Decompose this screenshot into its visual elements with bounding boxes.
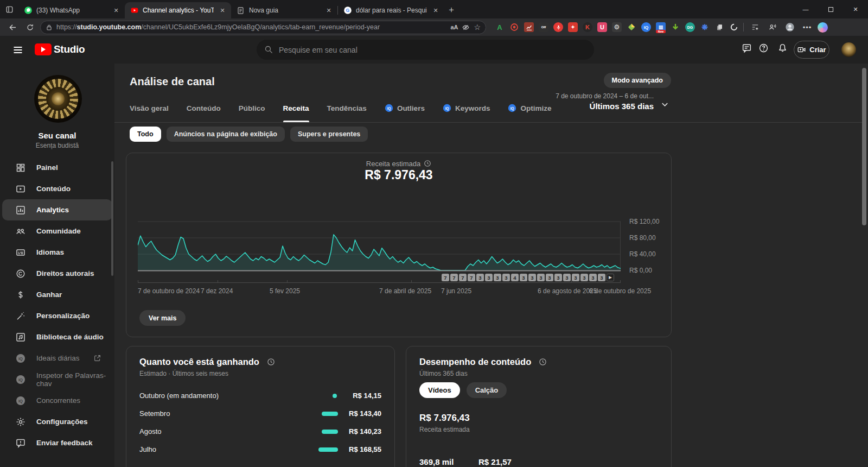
- video-marker-badge[interactable]: 7: [442, 274, 449, 281]
- tab-close-icon[interactable]: ✕: [324, 5, 334, 15]
- revenue-line-chart[interactable]: [138, 219, 621, 274]
- tab-conteudo[interactable]: Conteúdo: [187, 102, 221, 122]
- menu-hamburger-icon[interactable]: [12, 45, 23, 55]
- date-range-selector[interactable]: 7 de outubro de 2024 – 6 de out... Últim…: [556, 92, 654, 111]
- video-marker-badge[interactable]: 3: [589, 274, 597, 281]
- channel-avatar[interactable]: [34, 75, 82, 123]
- translate-icon[interactable]: aA: [450, 24, 458, 30]
- new-window-icon[interactable]: ▤New: [656, 22, 666, 32]
- account-avatar[interactable]: [841, 42, 856, 57]
- red-app-icon[interactable]: ✦: [568, 22, 578, 32]
- help-icon[interactable]: [758, 43, 769, 53]
- address-bar[interactable]: https://studio.youtube.com/channel/UC5uk…: [40, 21, 486, 34]
- video-marker-badge[interactable]: 4: [511, 274, 519, 281]
- video-marker-badge[interactable]: 3: [563, 274, 571, 281]
- video-marker-badge[interactable]: 3: [476, 274, 484, 281]
- sidebar-item-configuracoes[interactable]: Configurações: [2, 411, 112, 432]
- tab-close-icon[interactable]: ✕: [431, 5, 441, 15]
- sidebar-item-idiomas[interactable]: Idiomas: [2, 242, 112, 263]
- video-marker-badge[interactable]: 7: [459, 274, 467, 281]
- video-marker-badge[interactable]: 7: [450, 274, 458, 281]
- tab-close-icon[interactable]: ✕: [218, 5, 227, 15]
- ushield-icon[interactable]: U: [597, 22, 607, 32]
- see-more-button[interactable]: Ver mais: [139, 310, 186, 326]
- snowflake-extension-icon[interactable]: ❋: [700, 22, 710, 32]
- performance-chip-videos[interactable]: Vídeos: [419, 382, 460, 398]
- new-tab-button[interactable]: ＋: [444, 3, 458, 17]
- feedback-bubble-icon[interactable]: [742, 43, 752, 53]
- tab-visao-geral[interactable]: Visão geral: [130, 102, 169, 122]
- mic-extension-icon[interactable]: [553, 22, 563, 32]
- earnings-row[interactable]: AgostoR$ 140,23: [126, 422, 394, 440]
- browser-voice-icon[interactable]: [765, 20, 780, 34]
- copy-extension-icon[interactable]: [714, 22, 724, 32]
- sidebar-item-ideais-diarias[interactable]: iQIdeais diárias: [2, 348, 112, 369]
- video-marker-badge[interactable]: 3: [494, 274, 501, 281]
- bookmark-star-icon[interactable]: ☆: [474, 23, 481, 31]
- sidebar-item-comunidade[interactable]: Comunidade: [2, 220, 112, 242]
- video-marker-badge[interactable]: 3: [520, 274, 527, 281]
- filter-chip-todo[interactable]: Todo: [130, 127, 161, 142]
- k-extension-icon[interactable]: K: [583, 22, 592, 32]
- sidebar-item-concorrentes[interactable]: iQConcorrentes: [2, 390, 112, 411]
- adblock-icon[interactable]: A: [495, 22, 505, 32]
- earnings-row[interactable]: JulhoR$ 168,55: [126, 440, 394, 458]
- sidebar-scrollbar[interactable]: [111, 161, 113, 276]
- sidebar-item-direitos-autorais[interactable]: Direitos autorais: [2, 263, 112, 284]
- earnings-row[interactable]: Outubro (em andamento)R$ 14,15: [126, 387, 394, 405]
- video-marker-badge[interactable]: 3: [572, 274, 579, 281]
- video-marker-badge[interactable]: 3: [554, 274, 562, 281]
- minimize-button[interactable]: —: [793, 0, 818, 18]
- sidebar-item-biblioteca-de-audio[interactable]: Biblioteca de áudio: [2, 326, 112, 348]
- sidebar-item-analytics[interactable]: Analytics: [2, 199, 112, 220]
- video-marker-badge[interactable]: 7: [468, 274, 475, 281]
- earnings-row[interactable]: SetembroR$ 143,40: [126, 405, 394, 422]
- tab-tendencias[interactable]: Tendências: [327, 102, 367, 122]
- sidebar-item-inspetor-de-palavras-chav[interactable]: iQInspetor de Palavras-chav: [2, 369, 112, 390]
- back-icon[interactable]: [5, 20, 20, 34]
- video-marker-badge[interactable]: 3: [580, 274, 588, 281]
- download-arrow-icon[interactable]: [671, 22, 680, 32]
- tab-outliers[interactable]: iQOutliers: [385, 102, 425, 122]
- filter-chip-anuncios-na-pagina-de-exibicao[interactable]: Anúncios na página de exibição: [167, 127, 285, 142]
- maximize-button[interactable]: [818, 0, 843, 18]
- sidebar-item-ganhar[interactable]: Ganhar: [2, 284, 112, 305]
- browser-profile-avatar[interactable]: [783, 20, 797, 34]
- session-off-icon[interactable]: Off: [539, 22, 548, 32]
- browser-tab[interactable]: Channel analytics - YouTube Studi✕: [125, 2, 231, 18]
- tab-optimize[interactable]: iQOptimize: [508, 102, 551, 122]
- loop-extension-icon[interactable]: [729, 22, 739, 32]
- notifications-bell-icon[interactable]: [777, 43, 788, 53]
- tab-publico[interactable]: Público: [239, 102, 265, 122]
- sidebar-item-painel[interactable]: Painel: [2, 157, 112, 178]
- record-icon[interactable]: [509, 22, 519, 32]
- browser-tab[interactable]: Nova guia✕: [231, 2, 337, 18]
- video-marker-badge[interactable]: 3: [528, 274, 536, 281]
- tab-keywords[interactable]: iQKeywords: [443, 102, 490, 122]
- favorites-list-icon[interactable]: [748, 20, 762, 34]
- channel-search-box[interactable]: [257, 40, 594, 60]
- markers-next-icon[interactable]: ▶: [607, 274, 614, 281]
- advanced-mode-button[interactable]: Modo avançado: [604, 73, 671, 88]
- browser-tab[interactable]: (33) WhatsApp✕: [18, 2, 125, 18]
- gear-extension-icon[interactable]: ⚙: [612, 22, 622, 32]
- tab-close-icon[interactable]: ✕: [111, 5, 121, 15]
- performance-chip-calcao[interactable]: Calção: [467, 382, 507, 398]
- refresh-icon[interactable]: [23, 20, 37, 34]
- sidebar-item-enviar-feedback[interactable]: Enviar feedback: [2, 432, 112, 453]
- scrollbar-thumb[interactable]: [862, 68, 866, 225]
- browser-menu-icon[interactable]: •••: [800, 20, 814, 34]
- video-marker-badge[interactable]: 3: [546, 274, 553, 281]
- sidebar-item-conteudo[interactable]: Conteúdo: [2, 178, 112, 199]
- eye-off-icon[interactable]: [462, 23, 470, 31]
- stats-extension-icon[interactable]: [524, 22, 534, 32]
- video-marker-badge[interactable]: 3: [485, 274, 493, 281]
- teal-extension-icon[interactable]: DG: [685, 22, 695, 32]
- vidiq-extension-icon[interactable]: iQ: [641, 22, 651, 32]
- tab-receita[interactable]: Receita: [283, 102, 309, 122]
- window-scrollbar[interactable]: [862, 64, 866, 467]
- close-button[interactable]: ✕: [843, 0, 868, 18]
- video-marker-badge[interactable]: 3: [537, 274, 545, 281]
- copilot-icon[interactable]: [818, 22, 828, 33]
- filter-chip-supers-e-presentes[interactable]: Supers e presentes: [290, 127, 368, 142]
